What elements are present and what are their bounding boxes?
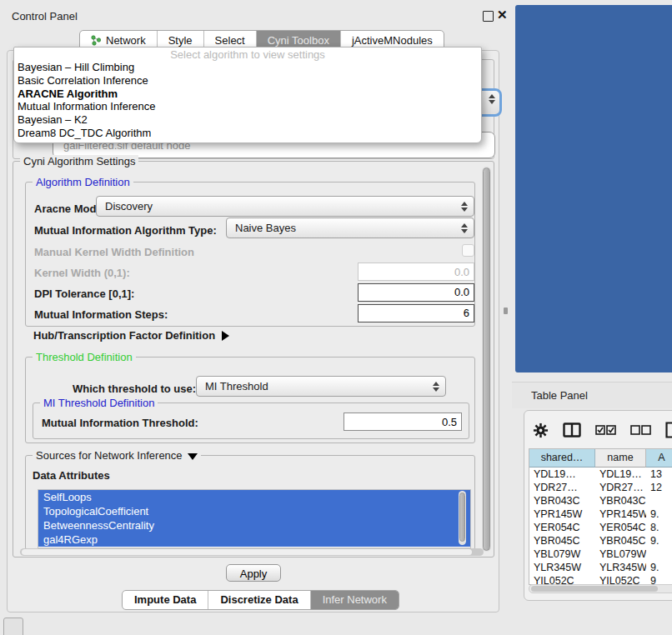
data-attributes-list[interactable]: SelfLoopsTopologicalCoefficientBetweenne… (38, 489, 471, 548)
table-cell: YLR345W (529, 561, 595, 574)
algorithm-option[interactable]: Basic Correlation Inference (14, 74, 481, 88)
algorithm-option[interactable]: Mutual Information Inference (14, 100, 481, 113)
algorithm-option[interactable]: Bayesian – K2 (14, 113, 481, 127)
combo-arrows-icon (489, 94, 495, 104)
split-columns-icon[interactable] (563, 422, 581, 438)
table-row[interactable]: YBR045CYBR045C9. (529, 534, 672, 548)
minimized-panel-button[interactable] (3, 618, 23, 635)
table-header-row: shared…nameA (529, 449, 672, 468)
close-panel-icon[interactable]: ✕ (497, 8, 508, 22)
table-cell: YBR043C (595, 494, 646, 508)
manual-kernel-label: Manual Kernel Width Definition (34, 246, 194, 258)
data-attributes-label: Data Attributes (33, 469, 110, 482)
hub-definition-label: Hub/Transcription Factor Definition (33, 329, 215, 342)
table-row[interactable]: YDL19…YDL19…13 (529, 468, 672, 481)
dpi-tolerance-label: DPI Tolerance [0,1]: (34, 288, 134, 300)
attribute-item-selected[interactable]: gal4RGexp (38, 532, 470, 547)
tab-discretize-data[interactable]: Discretize Data (208, 591, 309, 609)
bottom-tab-bar: Impute DataDiscretize DataInfer Network (122, 590, 399, 610)
column-header-a[interactable]: A (646, 449, 672, 468)
table-panel-body: shared…nameA YDL19…YDL19…13YDR27…YDR27…1… (524, 410, 672, 601)
table-cell: YDR27… (595, 481, 646, 494)
table-cell: YBL079W (595, 548, 646, 561)
table-cell: YDL19… (595, 468, 646, 481)
column-header-shared[interactable]: shared… (529, 449, 595, 468)
table-cell: YDL19… (529, 468, 595, 481)
dpi-tolerance-field[interactable]: 0.0 (358, 283, 474, 302)
mi-type-combobox[interactable]: Naive Bayes (226, 218, 474, 238)
table-panel-titlebar: Table Panel (512, 382, 672, 408)
kernel-width-field[interactable]: 0.0 (358, 262, 474, 281)
mi-type-value: Naive Bayes (235, 222, 296, 234)
table-cell: YPR145W (595, 508, 646, 521)
panel-divider-grip[interactable] (504, 308, 508, 314)
select-all-checked-icon[interactable] (595, 425, 616, 435)
combo-arrows-icon (461, 218, 468, 238)
settings-horizontal-scrollbar[interactable] (20, 548, 484, 556)
algorithm-option[interactable]: ARACNE Algorithm (14, 88, 481, 101)
aracne-mode-combobox[interactable]: Discovery (96, 196, 474, 217)
column-header-name[interactable]: name (595, 449, 646, 468)
table-panel-title: Table Panel (531, 389, 588, 402)
mi-threshold-group: MI Threshold Definition Mutual Informati… (33, 402, 469, 439)
table-row[interactable]: YBR043CYBR043C (529, 494, 672, 508)
gear-icon[interactable] (533, 422, 549, 438)
node-attribute-table[interactable]: shared…nameA YDL19…YDL19…13YDR27…YDR27…1… (529, 448, 672, 585)
attribute-item-selected[interactable]: TopologicalCoefficient (38, 504, 470, 518)
scrollbar-thumb[interactable] (531, 586, 658, 592)
table-row[interactable]: YLR345WYLR345W9. (529, 561, 672, 574)
table-rows: YDL19…YDL19…13YDR27…YDR27…12YBR043CYBR04… (529, 468, 672, 585)
table-cell: YBL079W (529, 548, 595, 561)
which-threshold-label: Which threshold to use: (73, 382, 196, 395)
table-cell: 13 (646, 468, 672, 481)
table-row[interactable]: YPR145WYPR145W9. (529, 508, 672, 521)
control-panel-title: Control Panel (12, 10, 78, 22)
apply-button[interactable]: Apply (226, 564, 281, 582)
table-cell: YDR27… (529, 481, 595, 494)
attributes-vertical-scrollbar[interactable] (459, 491, 466, 545)
tab-impute-data[interactable]: Impute Data (123, 591, 208, 609)
mi-steps-label: Mutual Information Steps: (34, 308, 168, 321)
manual-kernel-checkbox[interactable] (462, 244, 474, 257)
table-cell: YBR045C (529, 534, 595, 548)
threshold-definition-title: Threshold Definition (33, 351, 136, 363)
table-cell: 12 (646, 481, 672, 494)
table-toolbar (533, 419, 672, 441)
table-row[interactable]: YER054CYER054C8. (529, 521, 672, 534)
kernel-width-label: Kernel Width (0,1): (34, 267, 130, 279)
table-cell: YPR145W (529, 508, 595, 521)
which-threshold-value: MI Threshold (205, 380, 268, 392)
table-row[interactable]: YDR27…YDR27…12 (529, 481, 672, 494)
float-panel-icon[interactable] (483, 11, 494, 22)
which-threshold-combobox[interactable]: MI Threshold (196, 376, 446, 397)
scrollbar-thumb[interactable] (459, 492, 465, 542)
table-horizontal-scrollbar[interactable] (529, 584, 672, 593)
document-icon[interactable] (665, 422, 672, 438)
table-cell (646, 548, 672, 561)
table-row[interactable]: YBL079WYBL079W (529, 548, 672, 561)
mi-threshold-label: Mutual Information Threshold: (42, 417, 198, 429)
table-cell: YBR043C (529, 494, 595, 508)
algorithm-option[interactable]: Dream8 DC_TDC Algorithm (14, 127, 481, 140)
mi-type-label: Mutual Information Algorithm Type: (34, 224, 217, 237)
attribute-item-selected[interactable]: BetweennessCentrality (38, 518, 470, 532)
network-view-frame: GALGAL80GAL10GAL1GAL11SWI4GAL4GCY1HAP4YH… (515, 5, 672, 372)
settings-vertical-scrollbar[interactable] (482, 167, 491, 552)
hub-definition-expander[interactable]: Hub/Transcription Factor Definition (33, 329, 229, 342)
table-cell: 9. (646, 561, 672, 574)
algorithm-option[interactable]: Bayesian – Hill Climbing (14, 61, 481, 74)
algorithm-definition-group: Algorithm Definition Aracne Mode: Discov… (25, 182, 475, 327)
select-none-unchecked-icon[interactable] (630, 425, 651, 435)
table-cell: 9. (646, 534, 672, 548)
network-tab-icon (91, 35, 102, 46)
attribute-item-selected[interactable]: SelfLoops (38, 490, 470, 504)
tab-infer-network[interactable]: Infer Network (310, 591, 399, 609)
scrollbar-thumb[interactable] (483, 168, 490, 551)
table-cell: 9. (646, 508, 672, 521)
combo-arrows-icon (433, 377, 439, 396)
mi-threshold-field[interactable]: 0.5 (344, 412, 462, 431)
sources-group-title[interactable]: Sources for Network Inference (33, 449, 201, 462)
scrollbar-thumb[interactable] (22, 549, 472, 555)
mi-steps-field[interactable]: 6 (358, 304, 474, 322)
threshold-definition-group: Threshold Definition Which threshold to … (25, 357, 475, 443)
